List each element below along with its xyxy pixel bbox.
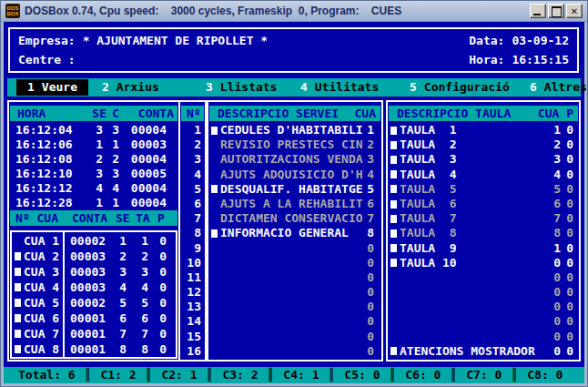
servei-cua-value: 0 <box>364 314 381 329</box>
cua-row-values: 00003330 <box>65 264 176 280</box>
cua-p: 0 <box>152 295 176 311</box>
taula-name: ATENCIONS MOSTRADOR <box>400 344 539 359</box>
servei-cua-value: 8 <box>364 226 381 240</box>
col-header-conta: CONTA <box>65 210 110 226</box>
col-header-ta: TA <box>132 210 154 226</box>
status-segment: C5: 0 <box>344 367 380 383</box>
cua-conta: 00001 <box>65 341 108 357</box>
hora-se: 1 <box>83 196 106 210</box>
status-block-icon <box>390 156 397 164</box>
status-block-icon <box>211 289 218 297</box>
servei-cua-value: 6 <box>364 197 381 211</box>
cua-se: 4 <box>108 280 132 295</box>
servei-cua-value: 7 <box>364 211 381 226</box>
taula-p-value: 0 <box>561 197 579 211</box>
col-header-num-cua: Nº CUA <box>10 210 65 226</box>
menu-item-llistats[interactable]: 3Llistats <box>206 79 277 96</box>
menu-item-arxius[interactable]: 2Arxius <box>102 79 159 96</box>
cua-conta: 00002 <box>65 233 108 249</box>
status-separator: ║ <box>329 367 336 383</box>
cua-se: 3 <box>108 264 132 280</box>
hora-row: 16:12:103300005 <box>10 167 177 181</box>
servei-name: CEDULES D'HABITABILI <box>220 123 364 137</box>
cua-table-header: Nº CUA CONTA SE TA P <box>10 210 177 226</box>
hora-conta: 00003 <box>123 137 177 152</box>
close-button[interactable] <box>566 4 583 18</box>
cua-row-values: 00002110 <box>65 233 176 249</box>
status-separator: ║ <box>450 367 457 383</box>
status-block-icon <box>15 252 21 260</box>
queue-number: 15 <box>180 330 205 344</box>
menu-item-utilitats[interactable]: 4Utilitats <box>300 79 379 96</box>
taula-name: TAULA 2 <box>400 137 539 152</box>
cua-name: CUA 5 <box>24 296 59 310</box>
hora-se: 1 <box>83 137 106 152</box>
taula-cua-value: 0 <box>539 300 561 314</box>
cua-row-name: CUA 6 <box>12 311 63 326</box>
data-field: Data:03-09-12 <box>469 31 569 50</box>
cua-row-name: CUA 8 <box>12 341 63 357</box>
title-bar[interactable]: DOS BOX DOSBox 0.74, Cpu speed: 3000 cyc… <box>1 1 587 22</box>
queue-number: 13 <box>180 300 205 314</box>
status-block-icon <box>390 318 397 326</box>
status-block-icon <box>390 200 397 209</box>
menu-item-number: 6 <box>530 80 537 94</box>
cua-row-values: 00001880 <box>65 341 176 357</box>
maximize-button[interactable] <box>548 4 564 18</box>
taula-name: TAULA 10 <box>400 256 539 270</box>
cua-row-name: CUA 4 <box>12 280 63 295</box>
status-block-icon <box>211 259 218 267</box>
cua-se: 2 <box>108 249 132 264</box>
taula-p-value: 0 <box>561 285 579 300</box>
menu-item-veure[interactable]: 1Veure <box>16 79 88 96</box>
servei-row: 0 <box>208 285 381 300</box>
taula-row: TAULA 220 <box>388 137 579 152</box>
num-column-values: 12345678910111213141516 <box>180 123 205 359</box>
servei-row: INFORMACIO GENERAL8 <box>208 226 381 240</box>
minimize-button[interactable] <box>530 4 546 18</box>
dos-screen: Empresa:* AJUNTAMENT DE RIPOLLET * Data:… <box>4 22 584 383</box>
servei-panel-header: DESCRIPCIO SERVEI CUA <box>209 106 380 121</box>
servei-cua-value: 3 <box>364 152 381 167</box>
hora-row: 16:12:124400004 <box>10 181 177 196</box>
cua-name: CUA 3 <box>24 265 59 279</box>
hora-se: 3 <box>83 167 106 181</box>
taula-name: TAULA 8 <box>400 226 539 240</box>
queue-number: 4 <box>180 168 205 182</box>
hora-conta: 00004 <box>123 181 177 196</box>
header-box: Empresa:* AJUNTAMENT DE RIPOLLET * Data:… <box>8 27 579 73</box>
menu-item-configuració[interactable]: 5Configuració <box>410 79 510 96</box>
menu-item-altres[interactable]: 6Altres <box>530 79 587 96</box>
taula-cua-value: 4 <box>539 168 561 182</box>
taula-row: ATENCIONS MOSTRADOR00 <box>388 344 579 359</box>
taula-row: TAULA 440 <box>388 168 579 182</box>
menu-item-label: Arxius <box>117 80 159 94</box>
taula-row: TAULA 880 <box>388 226 579 240</box>
taula-cua-value: 0 <box>539 330 561 344</box>
status-block-icon <box>15 237 21 245</box>
queue-number: 12 <box>180 285 205 300</box>
servei-name: AJUTS ADQUISICIO D'H <box>220 168 364 182</box>
empresa-value: * AJUNTAMENT DE RIPOLLET * <box>83 34 269 47</box>
hora-c: 3 <box>106 123 123 137</box>
hora-c: 1 <box>106 137 123 152</box>
taula-cua-value: 3 <box>539 152 561 167</box>
menu-item-label: Altres <box>544 80 587 94</box>
servei-cua-value: 0 <box>364 344 381 359</box>
servei-name: INFORMACIO GENERAL <box>220 226 364 240</box>
queue-number: 14 <box>180 314 205 329</box>
hora-c: 2 <box>106 152 123 167</box>
hora-row: 16:12:043300004 <box>10 123 177 137</box>
menu-item-number: 2 <box>102 80 109 94</box>
taula-cua-value: 7 <box>539 211 561 226</box>
taula-p-value: 0 <box>561 330 579 344</box>
queue-number: 8 <box>180 226 205 240</box>
taula-row: 00 <box>388 270 579 285</box>
menu-item-label: Llistats <box>220 80 278 94</box>
servei-cua-title: CUA <box>355 106 380 121</box>
taula-name: TAULA 3 <box>400 152 539 167</box>
status-segment: C6: 0 <box>405 367 441 383</box>
hora-field: Hora:16:15:15 <box>469 50 569 69</box>
status-block-icon <box>15 314 21 322</box>
taula-p-value: 0 <box>561 137 579 152</box>
